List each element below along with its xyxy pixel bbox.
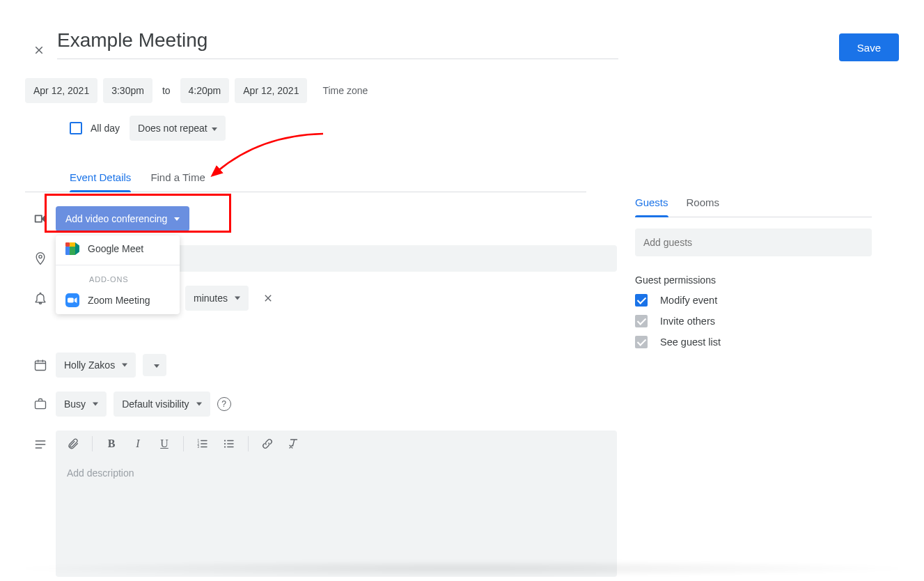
all-day-checkbox[interactable] (70, 122, 82, 134)
menu-item-google-meet[interactable]: Google Meet (56, 235, 180, 262)
video-button-label: Add video conferencing (65, 213, 167, 224)
svg-text:3: 3 (198, 445, 200, 449)
google-meet-label: Google Meet (88, 243, 143, 254)
tab-rooms[interactable]: Rooms (687, 196, 720, 217)
end-date-chip[interactable]: Apr 12, 2021 (235, 78, 307, 103)
location-icon (25, 251, 56, 265)
clear-formatting-button[interactable] (286, 436, 302, 451)
bold-button[interactable]: B (104, 436, 119, 451)
visibility-dropdown[interactable]: Default visibility (113, 392, 210, 417)
add-guests-input[interactable] (635, 228, 872, 256)
modify-event-label: Modify event (660, 295, 717, 306)
visibility-help-button[interactable]: ? (217, 397, 231, 411)
save-button[interactable]: Save (839, 33, 899, 61)
briefcase-icon (25, 397, 56, 411)
guest-permissions-heading: Guest permissions (635, 274, 872, 286)
event-title-input[interactable] (57, 26, 811, 59)
start-time-chip[interactable]: 3:30pm (103, 78, 152, 103)
modify-event-checkbox[interactable] (635, 294, 648, 307)
tab-find-time[interactable]: Find a Time (150, 171, 205, 192)
see-guest-list-label: See guest list (660, 336, 721, 348)
tab-event-details[interactable]: Event Details (70, 171, 131, 192)
svg-point-8 (224, 446, 226, 447)
see-guest-list-checkbox[interactable] (635, 336, 648, 348)
all-day-label: All day (91, 123, 120, 134)
start-date-chip[interactable]: Apr 12, 2021 (25, 78, 97, 103)
notification-icon (25, 291, 56, 305)
recurrence-label: Does not repeat (138, 123, 207, 134)
end-time-chip[interactable]: 4:20pm (180, 78, 230, 103)
calendar-owner-dropdown[interactable]: Holly Zakos (56, 353, 136, 378)
invite-others-label: Invite others (660, 316, 715, 327)
video-icon (25, 211, 56, 226)
availability-dropdown[interactable]: Busy (56, 392, 107, 417)
description-icon (25, 431, 56, 451)
close-button[interactable] (25, 36, 53, 64)
menu-item-zoom[interactable]: Zoom Meeting (56, 286, 180, 314)
tab-guests[interactable]: Guests (635, 196, 668, 217)
zoom-icon (65, 293, 79, 307)
underline-button[interactable]: U (157, 436, 172, 451)
addons-heading: ADD-ONS (56, 268, 180, 286)
svg-point-6 (224, 440, 226, 441)
italic-button[interactable]: I (130, 436, 146, 451)
to-label: to (158, 85, 175, 96)
event-color-picker[interactable] (143, 354, 166, 376)
calendar-icon (25, 358, 56, 372)
google-meet-icon (65, 242, 79, 255)
numbered-list-button[interactable]: 123 (195, 436, 210, 451)
timezone-link[interactable]: Time zone (322, 85, 368, 96)
notification-unit-dropdown[interactable]: minutes (185, 286, 249, 311)
svg-rect-2 (36, 401, 46, 409)
attach-file-button[interactable] (65, 436, 81, 451)
svg-rect-0 (68, 298, 74, 303)
chevron-down-icon (174, 217, 180, 221)
video-conferencing-menu: Google Meet ADD-ONS Zoom Meeting (56, 235, 180, 314)
invite-others-checkbox[interactable] (635, 315, 648, 327)
description-input[interactable]: Add description (56, 458, 617, 488)
svg-point-7 (224, 443, 226, 444)
bulleted-list-button[interactable] (221, 436, 237, 451)
recurrence-dropdown[interactable]: Does not repeat (130, 116, 226, 141)
add-video-conferencing-button[interactable]: Add video conferencing (56, 206, 189, 231)
remove-notification-button[interactable] (256, 286, 281, 311)
zoom-label: Zoom Meeting (88, 295, 150, 306)
svg-rect-1 (36, 361, 46, 370)
insert-link-button[interactable] (260, 436, 275, 451)
